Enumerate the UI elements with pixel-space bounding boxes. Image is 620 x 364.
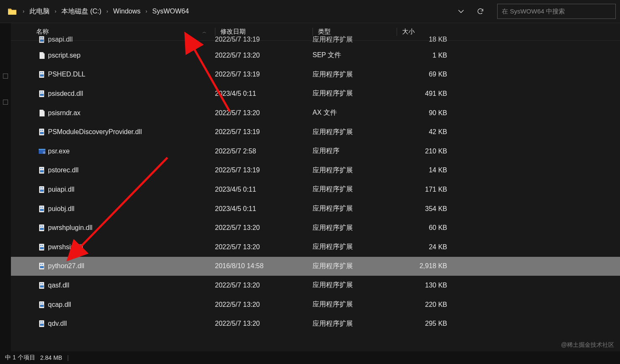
svg-rect-5 bbox=[40, 74, 44, 76]
svg-rect-13 bbox=[40, 132, 44, 134]
svg-rect-40 bbox=[40, 266, 44, 268]
svg-point-18 bbox=[43, 151, 45, 154]
svg-point-6 bbox=[40, 72, 41, 73]
breadcrumb[interactable]: › 此电脑 › 本地磁盘 (C:) › Windows › SysWOW64 bbox=[23, 7, 451, 16]
file-name: python27.dll bbox=[48, 262, 215, 270]
folder-icon bbox=[8, 8, 17, 15]
file-row[interactable]: qdv.dll2022/5/7 13:20应用程序扩展295 KB bbox=[11, 314, 620, 333]
history-dropdown-button[interactable] bbox=[454, 5, 468, 18]
file-size: 90 KB bbox=[397, 109, 451, 117]
file-size: 14 KB bbox=[397, 166, 451, 174]
file-date: 2023/4/5 0:11 bbox=[215, 205, 313, 213]
status-selection: 中 1 个项目 bbox=[5, 354, 35, 361]
chevron-right-icon: › bbox=[106, 8, 108, 14]
file-row[interactable]: PSHED.DLL2022/5/7 13:19应用程序扩展69 KB bbox=[11, 65, 620, 84]
breadcrumb-item[interactable]: SysWOW64 bbox=[152, 8, 189, 15]
file-date: 2022/5/7 13:20 bbox=[215, 52, 313, 59]
file-row[interactable]: qasf.dll2022/5/7 13:20应用程序扩展130 KB bbox=[11, 276, 620, 295]
file-size: 18 KB bbox=[397, 36, 451, 43]
file-type-icon bbox=[36, 148, 48, 155]
breadcrumb-item[interactable]: 本地磁盘 (C:) bbox=[61, 7, 101, 16]
search-placeholder: 在 SysWOW64 中搜索 bbox=[502, 8, 565, 16]
file-size: 24 KB bbox=[397, 243, 451, 251]
file-type: 应用程序扩展 bbox=[313, 166, 397, 175]
file-name: psisdecd.dll bbox=[48, 90, 215, 98]
file-row[interactable]: PSModuleDiscoveryProvider.dll2022/5/7 13… bbox=[11, 122, 620, 142]
sidebar-stub-icon bbox=[3, 74, 8, 79]
file-size: 1 KB bbox=[397, 52, 451, 59]
file-size: 2,918 KB bbox=[397, 262, 451, 270]
file-type: 应用程序扩展 bbox=[313, 204, 397, 213]
file-type: 应用程序扩展 bbox=[313, 262, 397, 271]
file-row[interactable]: psapi.dll2022/5/7 13:19应用程序扩展18 KB bbox=[11, 33, 620, 46]
file-row[interactable]: psisrndr.ax2022/5/7 13:20AX 文件90 KB bbox=[11, 103, 620, 123]
svg-rect-20 bbox=[40, 170, 44, 172]
file-size: 220 KB bbox=[397, 301, 451, 309]
file-size: 69 KB bbox=[397, 71, 451, 78]
file-type-icon bbox=[36, 320, 48, 327]
svg-point-37 bbox=[40, 245, 41, 246]
file-type: 应用程序扩展 bbox=[313, 128, 397, 137]
file-row[interactable]: pstorec.dll2022/5/7 13:19应用程序扩展14 KB bbox=[11, 161, 620, 180]
svg-point-2 bbox=[40, 37, 41, 38]
file-list: psapi.dll2022/5/7 13:19应用程序扩展18 KBpscrip… bbox=[11, 33, 620, 333]
chevron-right-icon: › bbox=[55, 8, 56, 14]
svg-point-46 bbox=[42, 283, 43, 284]
svg-point-34 bbox=[42, 226, 43, 227]
file-type: AX 文件 bbox=[313, 108, 397, 117]
file-date: 2022/5/7 13:19 bbox=[215, 71, 313, 78]
svg-point-11 bbox=[42, 92, 43, 92]
file-type-icon bbox=[36, 128, 48, 136]
svg-point-42 bbox=[42, 264, 43, 265]
refresh-button[interactable] bbox=[474, 5, 487, 18]
file-type-icon bbox=[36, 36, 48, 43]
file-row[interactable]: python27.dll2016/8/10 14:58应用程序扩展2,918 K… bbox=[11, 257, 620, 276]
file-row[interactable]: psisdecd.dll2023/4/5 0:11应用程序扩展491 KB bbox=[11, 84, 620, 103]
file-date: 2022/5/7 13:19 bbox=[215, 128, 313, 136]
file-row[interactable]: pwrshsip.dll2022/5/7 13:20应用程序扩展24 KB bbox=[11, 237, 620, 257]
file-size: 171 KB bbox=[397, 186, 451, 193]
search-input[interactable]: 在 SysWOW64 中搜索 bbox=[497, 4, 616, 19]
file-row[interactable]: qcap.dll2022/5/7 13:20应用程序扩展220 KB bbox=[11, 295, 620, 314]
file-type-icon bbox=[36, 243, 48, 251]
status-bar: 中 1 个项目 2.84 MB | bbox=[0, 351, 620, 364]
breadcrumb-item[interactable]: 此电脑 bbox=[29, 7, 50, 16]
file-row[interactable]: puiapi.dll2023/4/5 0:11应用程序扩展171 KB bbox=[11, 180, 620, 199]
file-date: 2022/5/7 13:20 bbox=[215, 282, 313, 289]
svg-rect-52 bbox=[40, 324, 44, 326]
file-size: 42 KB bbox=[397, 128, 451, 136]
breadcrumb-item[interactable]: Windows bbox=[113, 8, 140, 15]
file-size: 295 KB bbox=[397, 320, 451, 327]
svg-point-15 bbox=[42, 130, 43, 131]
file-size: 491 KB bbox=[397, 90, 451, 98]
svg-point-38 bbox=[42, 245, 43, 246]
file-name: psisrndr.ax bbox=[48, 109, 215, 117]
file-row[interactable]: puiobj.dll2023/4/5 0:11应用程序扩展354 KB bbox=[11, 199, 620, 219]
file-type: 应用程序扩展 bbox=[313, 185, 397, 194]
file-type-icon bbox=[36, 166, 48, 174]
status-size: 2.84 MB bbox=[40, 354, 62, 361]
file-date: 2016/8/10 14:58 bbox=[215, 262, 313, 270]
file-name: puiobj.dll bbox=[48, 205, 215, 213]
chevron-right-icon: › bbox=[23, 8, 24, 14]
file-row[interactable]: pwrshplugin.dll2022/5/7 13:20应用程序扩展60 KB bbox=[11, 218, 620, 237]
file-name: PSModuleDiscoveryProvider.dll bbox=[48, 128, 215, 136]
sidebar-strip bbox=[0, 23, 11, 351]
file-type: 应用程序扩展 bbox=[313, 281, 397, 290]
file-row[interactable]: pscript.sep2022/5/7 13:20SEP 文件1 KB bbox=[11, 46, 620, 65]
svg-point-25 bbox=[40, 187, 41, 188]
svg-point-45 bbox=[40, 283, 41, 284]
file-name: psr.exe bbox=[48, 148, 215, 155]
file-type: 应用程序扩展 bbox=[313, 35, 397, 44]
svg-rect-28 bbox=[40, 209, 44, 211]
svg-point-3 bbox=[42, 37, 43, 38]
sidebar-stub-icon bbox=[3, 100, 8, 105]
file-date: 2022/5/7 13:20 bbox=[215, 301, 313, 309]
svg-rect-36 bbox=[40, 247, 44, 249]
file-size: 354 KB bbox=[397, 205, 451, 213]
file-name: pwrshplugin.dll bbox=[48, 224, 215, 232]
file-type-icon bbox=[36, 282, 48, 289]
file-name: puiapi.dll bbox=[48, 186, 215, 193]
svg-point-21 bbox=[40, 168, 41, 169]
file-row[interactable]: psr.exe2022/5/7 2:58应用程序210 KB bbox=[11, 142, 620, 161]
